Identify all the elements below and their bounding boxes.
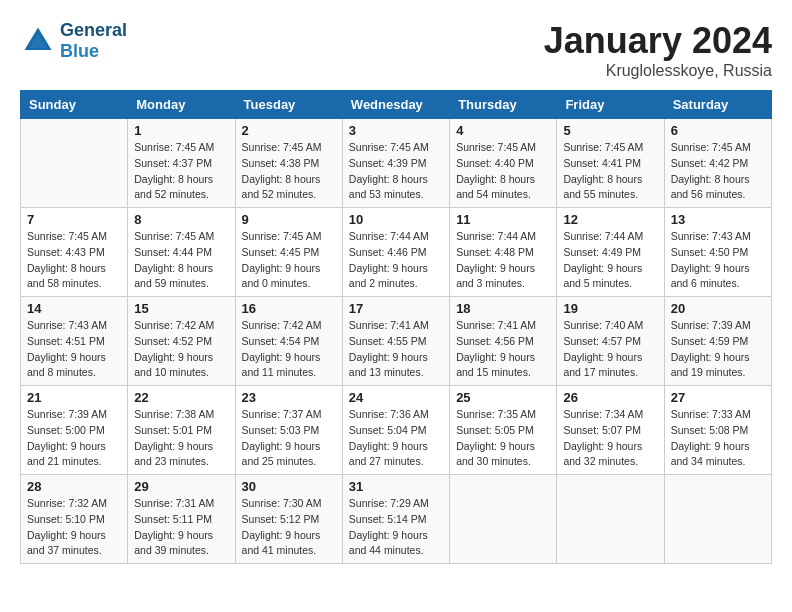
- day-number: 10: [349, 212, 443, 227]
- day-info: Sunrise: 7:41 AMSunset: 4:56 PMDaylight:…: [456, 318, 550, 381]
- day-number: 19: [563, 301, 657, 316]
- day-number: 31: [349, 479, 443, 494]
- day-info: Sunrise: 7:34 AMSunset: 5:07 PMDaylight:…: [563, 407, 657, 470]
- calendar-cell: [21, 119, 128, 208]
- calendar-week-row: 1Sunrise: 7:45 AMSunset: 4:37 PMDaylight…: [21, 119, 772, 208]
- day-number: 11: [456, 212, 550, 227]
- calendar-cell: 27Sunrise: 7:33 AMSunset: 5:08 PMDayligh…: [664, 386, 771, 475]
- weekday-header-friday: Friday: [557, 91, 664, 119]
- calendar-cell: 18Sunrise: 7:41 AMSunset: 4:56 PMDayligh…: [450, 297, 557, 386]
- day-number: 1: [134, 123, 228, 138]
- calendar-cell: 16Sunrise: 7:42 AMSunset: 4:54 PMDayligh…: [235, 297, 342, 386]
- day-info: Sunrise: 7:42 AMSunset: 4:52 PMDaylight:…: [134, 318, 228, 381]
- day-info: Sunrise: 7:45 AMSunset: 4:43 PMDaylight:…: [27, 229, 121, 292]
- weekday-header-saturday: Saturday: [664, 91, 771, 119]
- day-number: 4: [456, 123, 550, 138]
- weekday-header-thursday: Thursday: [450, 91, 557, 119]
- day-number: 8: [134, 212, 228, 227]
- day-number: 23: [242, 390, 336, 405]
- calendar-cell: 21Sunrise: 7:39 AMSunset: 5:00 PMDayligh…: [21, 386, 128, 475]
- title-block: January 2024 Kruglolesskoye, Russia: [544, 20, 772, 80]
- calendar-cell: 8Sunrise: 7:45 AMSunset: 4:44 PMDaylight…: [128, 208, 235, 297]
- calendar-cell: 24Sunrise: 7:36 AMSunset: 5:04 PMDayligh…: [342, 386, 449, 475]
- logo-text: General Blue: [60, 20, 127, 62]
- day-info: Sunrise: 7:45 AMSunset: 4:40 PMDaylight:…: [456, 140, 550, 203]
- day-info: Sunrise: 7:30 AMSunset: 5:12 PMDaylight:…: [242, 496, 336, 559]
- day-number: 28: [27, 479, 121, 494]
- day-number: 7: [27, 212, 121, 227]
- calendar-cell: 9Sunrise: 7:45 AMSunset: 4:45 PMDaylight…: [235, 208, 342, 297]
- day-info: Sunrise: 7:42 AMSunset: 4:54 PMDaylight:…: [242, 318, 336, 381]
- day-number: 15: [134, 301, 228, 316]
- calendar-cell: 26Sunrise: 7:34 AMSunset: 5:07 PMDayligh…: [557, 386, 664, 475]
- calendar-cell: 10Sunrise: 7:44 AMSunset: 4:46 PMDayligh…: [342, 208, 449, 297]
- day-number: 25: [456, 390, 550, 405]
- day-number: 29: [134, 479, 228, 494]
- calendar-cell: 23Sunrise: 7:37 AMSunset: 5:03 PMDayligh…: [235, 386, 342, 475]
- calendar-cell: 12Sunrise: 7:44 AMSunset: 4:49 PMDayligh…: [557, 208, 664, 297]
- day-number: 21: [27, 390, 121, 405]
- calendar-cell: 25Sunrise: 7:35 AMSunset: 5:05 PMDayligh…: [450, 386, 557, 475]
- day-info: Sunrise: 7:29 AMSunset: 5:14 PMDaylight:…: [349, 496, 443, 559]
- day-info: Sunrise: 7:44 AMSunset: 4:46 PMDaylight:…: [349, 229, 443, 292]
- calendar-cell: 22Sunrise: 7:38 AMSunset: 5:01 PMDayligh…: [128, 386, 235, 475]
- day-info: Sunrise: 7:45 AMSunset: 4:38 PMDaylight:…: [242, 140, 336, 203]
- day-info: Sunrise: 7:45 AMSunset: 4:44 PMDaylight:…: [134, 229, 228, 292]
- day-number: 17: [349, 301, 443, 316]
- calendar-cell: 15Sunrise: 7:42 AMSunset: 4:52 PMDayligh…: [128, 297, 235, 386]
- day-number: 3: [349, 123, 443, 138]
- calendar-cell: 4Sunrise: 7:45 AMSunset: 4:40 PMDaylight…: [450, 119, 557, 208]
- day-info: Sunrise: 7:38 AMSunset: 5:01 PMDaylight:…: [134, 407, 228, 470]
- weekday-header-tuesday: Tuesday: [235, 91, 342, 119]
- logo: General Blue: [20, 20, 127, 62]
- weekday-header-wednesday: Wednesday: [342, 91, 449, 119]
- day-number: 2: [242, 123, 336, 138]
- logo-icon: [20, 23, 56, 59]
- calendar-cell: 7Sunrise: 7:45 AMSunset: 4:43 PMDaylight…: [21, 208, 128, 297]
- calendar-table: SundayMondayTuesdayWednesdayThursdayFrid…: [20, 90, 772, 564]
- day-info: Sunrise: 7:40 AMSunset: 4:57 PMDaylight:…: [563, 318, 657, 381]
- calendar-cell: 1Sunrise: 7:45 AMSunset: 4:37 PMDaylight…: [128, 119, 235, 208]
- weekday-header-row: SundayMondayTuesdayWednesdayThursdayFrid…: [21, 91, 772, 119]
- calendar-cell: [664, 475, 771, 564]
- day-info: Sunrise: 7:39 AMSunset: 5:00 PMDaylight:…: [27, 407, 121, 470]
- month-title: January 2024: [544, 20, 772, 62]
- day-number: 22: [134, 390, 228, 405]
- calendar-week-row: 14Sunrise: 7:43 AMSunset: 4:51 PMDayligh…: [21, 297, 772, 386]
- day-number: 26: [563, 390, 657, 405]
- day-info: Sunrise: 7:44 AMSunset: 4:49 PMDaylight:…: [563, 229, 657, 292]
- day-number: 18: [456, 301, 550, 316]
- day-info: Sunrise: 7:45 AMSunset: 4:37 PMDaylight:…: [134, 140, 228, 203]
- calendar-cell: 19Sunrise: 7:40 AMSunset: 4:57 PMDayligh…: [557, 297, 664, 386]
- calendar-cell: 31Sunrise: 7:29 AMSunset: 5:14 PMDayligh…: [342, 475, 449, 564]
- day-info: Sunrise: 7:45 AMSunset: 4:45 PMDaylight:…: [242, 229, 336, 292]
- day-number: 20: [671, 301, 765, 316]
- day-info: Sunrise: 7:45 AMSunset: 4:42 PMDaylight:…: [671, 140, 765, 203]
- day-info: Sunrise: 7:43 AMSunset: 4:50 PMDaylight:…: [671, 229, 765, 292]
- calendar-week-row: 7Sunrise: 7:45 AMSunset: 4:43 PMDaylight…: [21, 208, 772, 297]
- day-info: Sunrise: 7:35 AMSunset: 5:05 PMDaylight:…: [456, 407, 550, 470]
- weekday-header-monday: Monday: [128, 91, 235, 119]
- day-number: 12: [563, 212, 657, 227]
- calendar-cell: 3Sunrise: 7:45 AMSunset: 4:39 PMDaylight…: [342, 119, 449, 208]
- calendar-cell: 11Sunrise: 7:44 AMSunset: 4:48 PMDayligh…: [450, 208, 557, 297]
- calendar-cell: 6Sunrise: 7:45 AMSunset: 4:42 PMDaylight…: [664, 119, 771, 208]
- calendar-cell: 2Sunrise: 7:45 AMSunset: 4:38 PMDaylight…: [235, 119, 342, 208]
- day-number: 14: [27, 301, 121, 316]
- calendar-week-row: 21Sunrise: 7:39 AMSunset: 5:00 PMDayligh…: [21, 386, 772, 475]
- calendar-cell: [450, 475, 557, 564]
- calendar-cell: 13Sunrise: 7:43 AMSunset: 4:50 PMDayligh…: [664, 208, 771, 297]
- day-info: Sunrise: 7:44 AMSunset: 4:48 PMDaylight:…: [456, 229, 550, 292]
- day-info: Sunrise: 7:37 AMSunset: 5:03 PMDaylight:…: [242, 407, 336, 470]
- calendar-cell: 17Sunrise: 7:41 AMSunset: 4:55 PMDayligh…: [342, 297, 449, 386]
- calendar-cell: 14Sunrise: 7:43 AMSunset: 4:51 PMDayligh…: [21, 297, 128, 386]
- day-number: 9: [242, 212, 336, 227]
- day-info: Sunrise: 7:45 AMSunset: 4:41 PMDaylight:…: [563, 140, 657, 203]
- day-info: Sunrise: 7:33 AMSunset: 5:08 PMDaylight:…: [671, 407, 765, 470]
- day-number: 30: [242, 479, 336, 494]
- day-info: Sunrise: 7:45 AMSunset: 4:39 PMDaylight:…: [349, 140, 443, 203]
- location: Kruglolesskoye, Russia: [544, 62, 772, 80]
- day-info: Sunrise: 7:43 AMSunset: 4:51 PMDaylight:…: [27, 318, 121, 381]
- page-header: General Blue January 2024 Kruglolesskoye…: [20, 20, 772, 80]
- day-number: 5: [563, 123, 657, 138]
